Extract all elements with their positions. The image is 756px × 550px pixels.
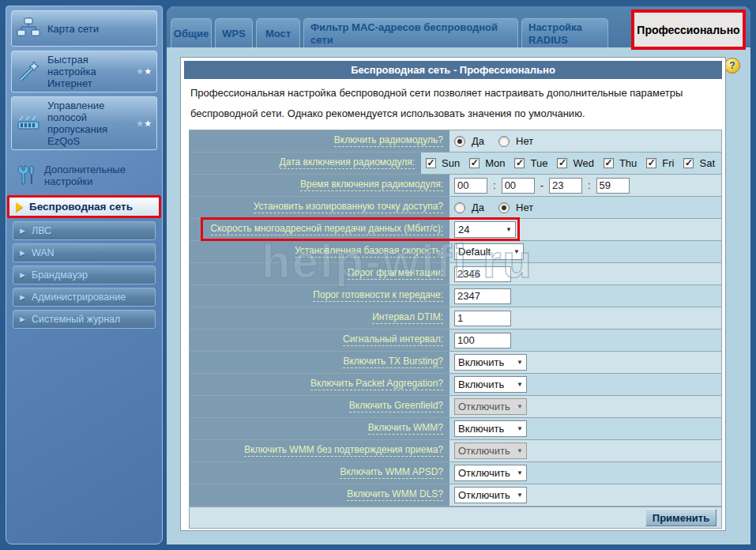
router-admin-page: Карта сети Быстрая настройка Интернет ★★ bbox=[0, 0, 756, 550]
sidebar-item-wireless[interactable]: Беспроводная сеть bbox=[7, 195, 161, 218]
radio-yes[interactable] bbox=[454, 202, 465, 213]
checkbox-thu[interactable]: ✓ bbox=[604, 158, 614, 168]
setting-label-link[interactable]: Включить WMM DLS? bbox=[347, 489, 443, 501]
wmm-dls-select[interactable]: Отключить▼ bbox=[454, 487, 527, 503]
setting-label-link[interactable]: Дата включения радиомодуля: bbox=[280, 157, 415, 169]
tab-radius[interactable]: Настройка RADIUS bbox=[521, 18, 608, 47]
wmm-dls-row: Включить WMM DLS? Отключить▼ bbox=[190, 484, 721, 507]
sidebar-item-label: Брандмауэр bbox=[32, 269, 88, 281]
sidebar-item-lan[interactable]: ▶ ЛВС bbox=[13, 221, 156, 240]
sidebar-item-advanced-settings[interactable]: Дополнительные настройки bbox=[11, 161, 157, 190]
setting-label-link[interactable]: Включить WMM? bbox=[368, 423, 443, 435]
chevron-down-icon: ▼ bbox=[512, 492, 523, 499]
checkbox-sat[interactable]: ✓ bbox=[683, 158, 694, 168]
setting-label-link[interactable]: Включить Packet Aggregation? bbox=[310, 379, 443, 390]
sidebar-item-quick-setup[interactable]: Быстрая настройка Интернет ★★ bbox=[11, 51, 157, 92]
radio-no[interactable] bbox=[498, 202, 510, 213]
setting-label-link[interactable]: Сигнальный интервал: bbox=[343, 334, 443, 346]
wmm-apsd-select[interactable]: Отключить▼ bbox=[454, 465, 527, 481]
setting-label-link[interactable]: Включить радиомодуль? bbox=[334, 135, 443, 147]
wmm-select[interactable]: Включить▼ bbox=[454, 420, 527, 437]
checkbox-wed[interactable]: ✓ bbox=[557, 158, 567, 168]
arrow-right-icon: ▶ bbox=[20, 315, 25, 323]
magic-wand-icon bbox=[17, 60, 40, 84]
sidebar-item-label: Карта сети bbox=[47, 23, 99, 35]
arrow-right-icon: ▶ bbox=[20, 271, 25, 279]
greenfield-row: Включить Greenfield? Отключить▼ bbox=[190, 396, 721, 418]
bandwidth-icon bbox=[17, 113, 40, 134]
time-separator: - bbox=[540, 179, 543, 191]
setting-label-link[interactable]: Скорость многоадресной передачи данных (… bbox=[211, 224, 443, 235]
wmm-no-ack-row: Включить WMM без подтверждения приема? О… bbox=[190, 440, 721, 462]
radio-yes[interactable] bbox=[454, 136, 465, 147]
setting-label-link[interactable]: Установленная базовая скорость: bbox=[295, 246, 443, 258]
tab-wps[interactable]: WPS bbox=[215, 18, 253, 47]
rts-threshold-input[interactable] bbox=[454, 288, 511, 304]
content-area: ? Беспроводная сеть - Профессионально Пр… bbox=[167, 47, 750, 544]
time-end-hour-input[interactable] bbox=[549, 178, 582, 194]
day-label: Mon bbox=[485, 157, 505, 169]
enable-radio-row: Включить радиомодуль? Да Нет bbox=[190, 130, 721, 153]
sidebar-item-ezqos[interactable]: Управление полосой пропускания EzQoS ★★ bbox=[11, 96, 157, 150]
setting-label-link[interactable]: Включить Greenfield? bbox=[349, 401, 443, 412]
setting-label-link[interactable]: Порог фрагментации: bbox=[348, 268, 443, 280]
time-separator: : bbox=[588, 179, 591, 191]
sidebar-item-network-map[interactable]: Карта сети bbox=[11, 10, 157, 47]
checkbox-tue[interactable]: ✓ bbox=[514, 158, 525, 168]
dtim-interval-input[interactable] bbox=[454, 311, 511, 326]
help-icon[interactable]: ? bbox=[724, 58, 740, 73]
multicast-rate-select[interactable]: 24▼ bbox=[454, 221, 516, 238]
star-icons: ★★ bbox=[136, 119, 152, 129]
chevron-down-icon: ▼ bbox=[512, 381, 523, 388]
setting-label-link[interactable]: Включить TX Bursting? bbox=[343, 356, 443, 368]
chevron-down-icon: ▼ bbox=[512, 359, 523, 366]
beacon-interval-input[interactable] bbox=[454, 333, 511, 348]
radio-label: Да bbox=[472, 135, 484, 147]
tab-professional[interactable]: Профессионально bbox=[634, 13, 743, 47]
fragmentation-row: Порог фрагментации: bbox=[190, 263, 721, 285]
radio-no[interactable] bbox=[498, 136, 510, 147]
page-description: Профессиональная настройка беспроводной … bbox=[190, 83, 716, 124]
packet-aggregation-select[interactable]: Включить▼ bbox=[454, 376, 527, 393]
checkbox-fri[interactable]: ✓ bbox=[646, 158, 656, 168]
basic-rate-select[interactable]: Default▼ bbox=[454, 243, 524, 260]
setting-label-link[interactable]: Порог готовности к передаче: bbox=[313, 290, 443, 302]
page-title: Беспроводная сеть - Профессионально bbox=[184, 61, 722, 79]
checkbox-sun[interactable]: ✓ bbox=[426, 158, 436, 168]
setting-label-link[interactable]: Включить WMM без подтверждения приема? bbox=[244, 445, 443, 457]
sidebar-item-wan[interactable]: ▶ WAN bbox=[13, 243, 156, 262]
time-start-minute-input[interactable] bbox=[502, 178, 535, 194]
arrow-right-icon: ▶ bbox=[20, 293, 25, 301]
setting-label-link[interactable]: Установить изолированную точку доступа? bbox=[254, 202, 443, 213]
day-label: Wed bbox=[573, 157, 594, 169]
sidebar-item-firewall[interactable]: ▶ Брандмауэр bbox=[13, 266, 156, 284]
setting-label-link[interactable]: Интервал DTIM: bbox=[372, 312, 443, 324]
apply-button[interactable]: Применить bbox=[645, 509, 717, 526]
star-icons: ★★ bbox=[136, 66, 152, 77]
tx-bursting-select[interactable]: Включить▼ bbox=[454, 354, 527, 371]
setting-label-link[interactable]: Время включения радиомодуля: bbox=[300, 179, 443, 191]
wmm-apsd-row: Включить WMM APSD? Отключить▼ bbox=[190, 462, 721, 484]
checkbox-mon[interactable]: ✓ bbox=[469, 158, 480, 168]
day-label: Fri bbox=[662, 157, 674, 169]
chevron-down-icon: ▼ bbox=[512, 447, 523, 454]
sidebar-item-label: Беспроводная сеть bbox=[29, 201, 133, 213]
time-start-hour-input[interactable] bbox=[454, 178, 487, 194]
chevron-down-icon: ▼ bbox=[512, 469, 523, 477]
day-label: Tue bbox=[530, 157, 547, 169]
sidebar-item-label: Управление полосой пропускания EzQoS bbox=[47, 100, 129, 147]
tab-mac-filter[interactable]: Фильтр MAC-адресов беспроводной сети bbox=[303, 18, 518, 47]
sidebar-item-administration[interactable]: ▶ Администрирование bbox=[13, 288, 156, 307]
setting-label-link[interactable]: Включить WMM APSD? bbox=[340, 467, 443, 479]
multicast-rate-row: Скорость многоадресной передачи данных (… bbox=[190, 219, 721, 241]
sidebar-item-label: Быстрая настройка Интернет bbox=[47, 54, 129, 89]
tab-general[interactable]: Общие bbox=[171, 18, 212, 47]
radio-label: Нет bbox=[516, 202, 533, 213]
tab-bridge[interactable]: Мост bbox=[256, 18, 300, 47]
active-tab-highlight: Профессионально bbox=[631, 9, 746, 50]
fragmentation-input[interactable] bbox=[454, 266, 511, 282]
main-area: Общие WPS Мост Фильтр MAC-адресов беспро… bbox=[167, 6, 750, 544]
sidebar-item-system-log[interactable]: ▶ Системный журнал bbox=[13, 310, 156, 329]
time-end-minute-input[interactable] bbox=[596, 178, 630, 194]
arrow-right-icon: ▶ bbox=[20, 249, 25, 257]
